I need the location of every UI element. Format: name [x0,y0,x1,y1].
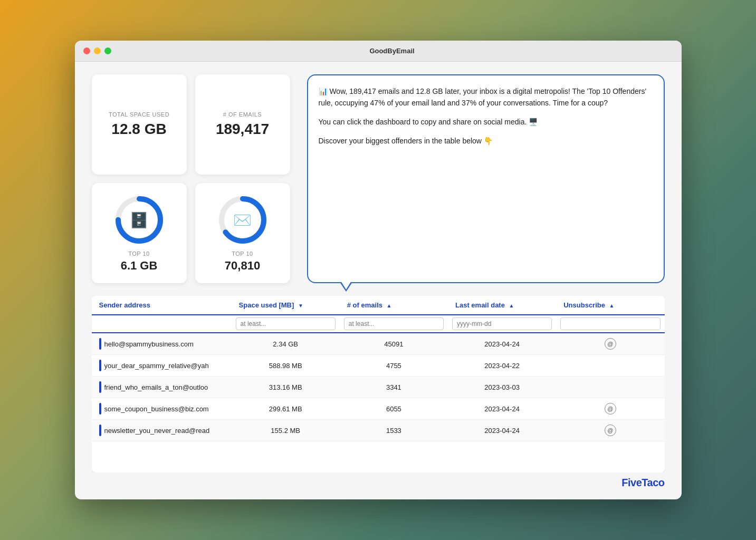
space-cell: 313.16 MB [232,377,340,398]
sender-bar [99,403,101,414]
top10-emails-value: 70,810 [225,259,260,273]
table-section: Sender address Space used [MB] ▼ # of em… [92,296,665,472]
table-row: hello@spammybusiness.com2.34 GB450912023… [92,333,665,355]
filter-date-input[interactable] [452,317,552,330]
titlebar: GoodByEmail [75,41,682,62]
total-space-value: 12.8 GB [111,121,166,138]
sender-bar [99,381,101,393]
sender-bar [99,360,101,371]
filter-unsub-cell[interactable] [556,315,664,333]
main-content: TOTAL SPACE USED 12.8 GB # OF EMAILS 189… [75,62,682,499]
sort-unsub-icon: ▲ [609,303,615,308]
filter-unsub-input[interactable] [560,317,660,330]
unsubscribe-cell: @ [556,420,664,441]
sort-emails-icon: ▲ [387,303,392,308]
unsubscribe-cell [556,377,664,398]
top10-space-label: TOP 10 [128,250,150,257]
unsubscribe-icon[interactable]: @ [605,425,616,436]
sender-cell: friend_who_emails_a_ton@outloo [92,377,232,398]
senders-table: Sender address Space used [MB] ▼ # of em… [92,296,665,441]
app-title: GoodByEmail [111,47,673,55]
chart-emoji: 📊 [319,87,328,95]
emails-cell: 1533 [340,420,448,441]
database-icon: 🗄️ [130,211,148,229]
top10-space-card: 🗄️ TOP 10 6.1 GB [92,183,187,283]
date-cell: 2023-04-24 [448,333,556,355]
dashboard-emoji: 🖥️ [529,118,538,126]
filter-space-input[interactable] [236,317,336,330]
filter-emails-input[interactable] [344,317,444,330]
table-body: hello@spammybusiness.com2.34 GB450912023… [92,333,665,441]
col-date[interactable]: Last email date ▲ [448,296,556,315]
emails-cell: 45091 [340,333,448,355]
sender-bar [99,425,101,436]
unsubscribe-icon[interactable]: @ [605,403,616,414]
filter-date-cell[interactable] [448,315,556,333]
table-header-row: Sender address Space used [MB] ▼ # of em… [92,296,665,315]
chat-para-3: Discover your biggest offenders in the t… [319,136,653,147]
total-space-label: TOTAL SPACE USED [109,111,169,118]
sender-cell: your_dear_spammy_relative@yah [92,355,232,377]
unsubscribe-icon[interactable]: @ [605,338,616,350]
filter-sender-cell [92,315,232,333]
total-space-card: TOTAL SPACE USED 12.8 GB [92,74,187,175]
chat-para-2: You can click the dashboard to copy and … [319,117,653,128]
emails-cell: 4755 [340,355,448,377]
col-sender[interactable]: Sender address [92,296,232,315]
num-emails-label: # OF EMAILS [223,111,262,118]
table-row: some_coupon_business@biz.com299.61 MB605… [92,398,665,420]
top10-emails-card: ✉️ TOP 10 70,810 [195,183,290,283]
sender-cell: hello@spammybusiness.com [92,333,232,355]
table-container[interactable]: Sender address Space used [MB] ▼ # of em… [92,296,665,472]
col-emails[interactable]: # of emails ▲ [340,296,448,315]
sender-cell: newsletter_you_never_read@read [92,420,232,441]
date-cell: 2023-04-24 [448,398,556,420]
sender-address: hello@spammybusiness.com [104,340,194,348]
date-cell: 2023-03-03 [448,377,556,398]
space-cell: 588.98 MB [232,355,340,377]
envelope-icon: ✉️ [233,211,252,229]
sender-address: some_coupon_business@biz.com [104,405,209,413]
emails-cell: 6055 [340,398,448,420]
emails-cell: 3341 [340,377,448,398]
sort-date-icon: ▲ [509,303,514,308]
fivetaco-branding: FiveTaco [92,472,665,491]
table-row: friend_who_emails_a_ton@outloo313.16 MB3… [92,377,665,398]
filter-space-cell[interactable] [232,315,340,333]
unsubscribe-cell: @ [556,398,664,420]
app-window: GoodByEmail TOTAL SPACE USED 12.8 GB # O… [75,41,682,499]
top10-space-donut: 🗄️ [113,194,166,246]
date-cell: 2023-04-24 [448,420,556,441]
close-button[interactable] [83,47,90,54]
space-cell: 2.34 GB [232,333,340,355]
sender-bar [99,338,101,350]
num-emails-value: 189,417 [216,121,269,138]
chat-para-1: 📊 Wow, 189,417 emails and 12.8 GB later,… [319,86,653,109]
date-cell: 2023-04-22 [448,355,556,377]
top10-emails-label: TOP 10 [232,250,253,257]
maximize-button[interactable] [104,47,111,54]
traffic-lights [83,47,111,54]
sender-address: newsletter_you_never_read@read [104,427,210,435]
unsubscribe-cell: @ [556,333,664,355]
space-cell: 155.2 MB [232,420,340,441]
sender-cell: some_coupon_business@biz.com [92,398,232,420]
sort-space-icon: ▼ [298,303,303,308]
sender-address: your_dear_spammy_relative@yah [104,362,209,370]
space-cell: 299.61 MB [232,398,340,420]
filter-row [92,315,665,333]
table-row: your_dear_spammy_relative@yah588.98 MB47… [92,355,665,377]
unsubscribe-cell [556,355,664,377]
top10-space-value: 6.1 GB [121,259,158,273]
filter-emails-cell[interactable] [340,315,448,333]
minimize-button[interactable] [94,47,101,54]
top10-emails-donut: ✉️ [216,194,269,246]
col-space[interactable]: Space used [MB] ▼ [232,296,340,315]
stats-grid: TOTAL SPACE USED 12.8 GB # OF EMAILS 189… [92,74,290,283]
sender-address: friend_who_emails_a_ton@outloo [104,383,208,391]
table-row: newsletter_you_never_read@read155.2 MB15… [92,420,665,441]
chat-bubble: 📊 Wow, 189,417 emails and 12.8 GB later,… [307,74,665,283]
arrow-emoji: 👇 [484,137,493,145]
num-emails-card: # OF EMAILS 189,417 [195,74,290,175]
col-unsubscribe[interactable]: Unsubscribe ▲ [556,296,664,315]
